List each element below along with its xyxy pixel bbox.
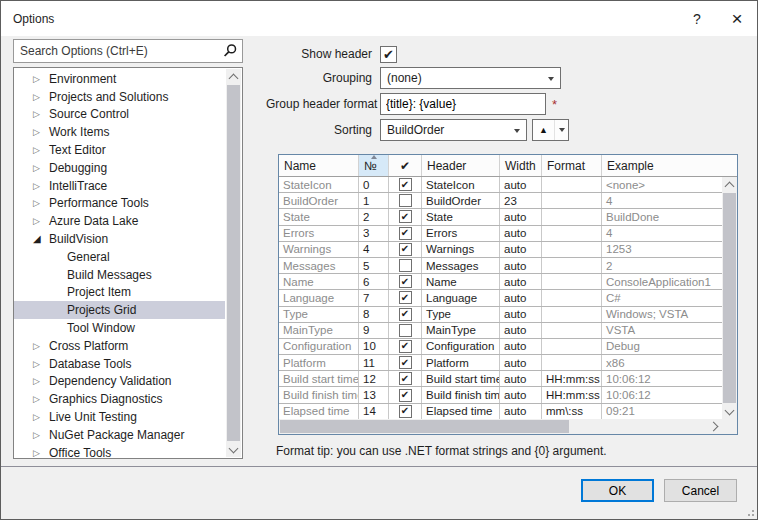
cell-format[interactable] (542, 193, 602, 208)
scroll-up-icon[interactable] (229, 74, 239, 84)
cell-header[interactable]: Configuration (422, 339, 500, 354)
checked-checkbox[interactable]: ✔ (399, 210, 412, 223)
cell-header[interactable]: State (422, 209, 500, 224)
tree-collapsed-icon[interactable]: ▷ (33, 110, 40, 119)
cell-width[interactable]: auto (500, 323, 542, 338)
cell-visible[interactable]: ✔ (389, 387, 422, 402)
tree-item-live-unit-testing[interactable]: ▷Live Unit Testing (14, 408, 225, 426)
cell-format[interactable] (542, 355, 602, 370)
cell-number[interactable]: 12 (359, 371, 389, 386)
cell-format[interactable] (542, 290, 602, 305)
tree-item-graphics-diagnostics[interactable]: ▷Graphics Diagnostics (14, 390, 225, 408)
cell-format[interactable] (542, 274, 602, 289)
cell-example[interactable]: <none> (602, 177, 722, 192)
cell-header[interactable]: Language (422, 290, 500, 305)
cell-name[interactable]: StateIcon (279, 177, 359, 192)
tree-item-general[interactable]: General (14, 248, 225, 266)
cell-visible[interactable]: ✔ (389, 307, 422, 322)
cell-example[interactable]: x86 (602, 355, 722, 370)
column-header-name[interactable]: Name (279, 155, 359, 176)
grid-row-elapsed-time[interactable]: Elapsed time14✔Elapsed timeautomm\:ss09:… (279, 404, 722, 419)
tree-collapsed-icon[interactable]: ▷ (33, 128, 40, 137)
checked-checkbox[interactable]: ✔ (399, 178, 412, 191)
cell-example[interactable]: VSTA (602, 323, 722, 338)
cell-width[interactable]: auto (500, 371, 542, 386)
sort-direction-button[interactable]: ▲ (532, 119, 569, 141)
cell-format[interactable] (542, 339, 602, 354)
cell-number[interactable]: 3 (359, 226, 389, 241)
unchecked-checkbox[interactable] (399, 324, 412, 337)
checked-checkbox[interactable]: ✔ (399, 389, 412, 402)
cell-format[interactable] (542, 226, 602, 241)
cell-format[interactable] (542, 323, 602, 338)
grid-vertical-scrollbar[interactable] (722, 177, 737, 419)
grid-row-errors[interactable]: Errors3✔Errorsauto4 (279, 226, 722, 242)
cell-visible[interactable]: ✔ (389, 274, 422, 289)
tree-item-database-tools[interactable]: ▷Database Tools (14, 355, 225, 373)
close-icon[interactable]: × (717, 1, 757, 36)
grid-row-name[interactable]: Name6✔NameautoConsoleApplication1 (279, 274, 722, 290)
tree-item-text-editor[interactable]: ▷Text Editor (14, 141, 225, 159)
cell-example[interactable]: 09:21 (602, 404, 722, 419)
resize-grip-icon[interactable] (745, 507, 754, 516)
checked-checkbox[interactable]: ✔ (399, 275, 412, 288)
cell-visible[interactable]: ✔ (389, 355, 422, 370)
tree-collapsed-icon[interactable]: ▷ (33, 199, 40, 208)
cell-header[interactable]: Platform (422, 355, 500, 370)
cell-visible[interactable]: ✔ (389, 242, 422, 257)
tree-item-intellitrace[interactable]: ▷IntelliTrace (14, 177, 225, 195)
cell-name[interactable]: Name (279, 274, 359, 289)
cell-number[interactable]: 6 (359, 274, 389, 289)
grid-row-buildorder[interactable]: BuildOrder1BuildOrder234 (279, 193, 722, 209)
tree-item-dependency-validation[interactable]: ▷Dependency Validation (14, 373, 225, 391)
tree-collapsed-icon[interactable]: ▷ (33, 163, 40, 172)
tree-collapsed-icon[interactable]: ▷ (33, 341, 40, 350)
cell-width[interactable]: auto (500, 274, 542, 289)
column-header-example[interactable]: Example (602, 155, 737, 176)
tree-collapsed-icon[interactable]: ▷ (33, 430, 40, 439)
cell-name[interactable]: State (279, 209, 359, 224)
cell-width[interactable]: auto (500, 339, 542, 354)
cell-format[interactable]: mm\:ss (542, 404, 602, 419)
cell-width[interactable]: auto (500, 355, 542, 370)
unchecked-checkbox[interactable] (399, 194, 412, 207)
grid-row-language[interactable]: Language7✔LanguageautoC# (279, 290, 722, 306)
cell-visible[interactable]: ✔ (389, 177, 422, 192)
tree-expanded-icon[interactable]: ◢ (33, 234, 41, 244)
tree-item-projects-and-solutions[interactable]: ▷Projects and Solutions (14, 88, 225, 106)
cell-name[interactable]: Errors (279, 226, 359, 241)
cell-header[interactable]: MainType (422, 323, 500, 338)
cell-width[interactable]: auto (500, 290, 542, 305)
cell-visible[interactable]: ✔ (389, 339, 422, 354)
checked-checkbox[interactable]: ✔ (399, 405, 412, 418)
cell-number[interactable]: 9 (359, 323, 389, 338)
tree-item-build-messages[interactable]: Build Messages (14, 266, 225, 284)
cell-name[interactable]: Configuration (279, 339, 359, 354)
cell-header[interactable]: Messages (422, 258, 500, 273)
cell-visible[interactable] (389, 258, 422, 273)
grid-row-platform[interactable]: Platform11✔Platformautox86 (279, 355, 722, 371)
sort-ascending-icon[interactable]: ▲ (533, 120, 555, 140)
cell-number[interactable]: 13 (359, 387, 389, 402)
tree-collapsed-icon[interactable]: ▷ (33, 146, 40, 155)
cell-name[interactable]: Build start time (279, 371, 359, 386)
cell-width[interactable]: auto (500, 258, 542, 273)
cell-number[interactable]: 10 (359, 339, 389, 354)
cell-name[interactable]: Warnings (279, 242, 359, 257)
cell-number[interactable]: 0 (359, 177, 389, 192)
tree-item-environment[interactable]: ▷Environment (14, 70, 225, 88)
cell-header[interactable]: Warnings (422, 242, 500, 257)
scroll-right-icon[interactable] (709, 422, 719, 432)
cell-number[interactable]: 11 (359, 355, 389, 370)
checked-checkbox[interactable]: ✔ (399, 291, 412, 304)
grid-hscroll-thumb[interactable] (280, 420, 569, 433)
grid-row-build-start-time[interactable]: Build start time12✔Build start timeautoH… (279, 371, 722, 387)
cell-example[interactable]: 1253 (602, 242, 722, 257)
cell-visible[interactable]: ✔ (389, 404, 422, 419)
group-header-format-input[interactable] (380, 93, 546, 115)
cell-width[interactable]: auto (500, 404, 542, 419)
cell-format[interactable] (542, 307, 602, 322)
checked-checkbox[interactable]: ✔ (399, 308, 412, 321)
cell-width[interactable]: 23 (500, 193, 542, 208)
column-header-visible[interactable]: ✔ (389, 155, 422, 176)
